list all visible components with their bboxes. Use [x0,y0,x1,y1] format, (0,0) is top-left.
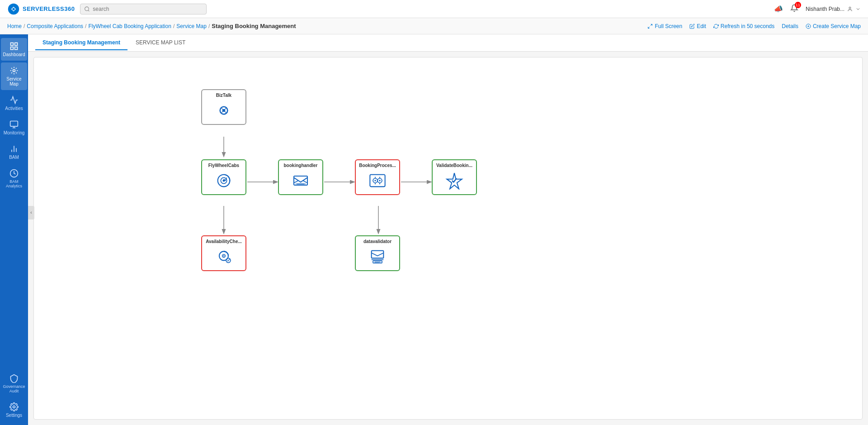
servicemap-icon [9,66,19,75]
svg-line-33 [303,181,307,183]
breadcrumb-bar: Home / Composite Applications / FlyWheel… [0,18,868,34]
tab-service-map-list[interactable]: SERVICE MAP LIST [128,36,193,50]
sidebar-item-governance[interactable]: Governance Audit [1,370,27,397]
node-availabilityche-title: AvailabilityChe... [205,239,243,244]
svg-point-3 [849,7,851,9]
node-datavalidator-icon [367,246,388,267]
sidebar-item-settings[interactable]: Settings [1,399,27,421]
breadcrumb-app[interactable]: FlyWheel Cab Booking Application [88,23,171,29]
sidebar-item-dashboard[interactable]: Dashboard [1,38,27,61]
edit-button[interactable]: Edit [689,23,706,29]
svg-rect-10 [15,43,18,46]
svg-point-38 [374,180,376,181]
node-bookinghandler[interactable]: bookinghandler [278,159,323,195]
svg-point-19 [13,406,15,408]
node-validatebookin-title: ValidateBookin... [435,163,473,168]
sidebar-bottom: Governance Audit Settings [1,370,27,425]
chevron-down-icon [855,6,861,12]
breadcrumb: Home / Composite Applications / FlyWheel… [7,23,296,29]
governance-icon [9,374,19,383]
app-body: Dashboard Service Map Activities Monitor… [0,34,868,425]
search-icon [84,6,90,12]
logo[interactable]: SERVERLESS360 [7,3,75,15]
sidebar-label-settings: Settings [6,413,22,418]
details-button[interactable]: Details [782,23,798,29]
node-flywheelcabs-icon [213,170,235,191]
svg-rect-14 [10,121,18,127]
user-icon [847,6,853,12]
bamanalytics-icon [9,169,19,178]
svg-point-13 [13,70,15,72]
sidebar-label-dashboard: Dashboard [3,52,25,57]
sidebar-label-activities: Activities [5,106,23,111]
activities-icon [9,96,19,105]
search-input[interactable] [93,6,203,12]
top-header: SERVERLESS360 📣 11 Nishanth Prab... [0,0,868,18]
fullscreen-icon [647,24,653,29]
user-menu[interactable]: Nishanth Prab... [806,6,861,12]
svg-rect-12 [11,47,14,50]
megaphone-icon[interactable]: 📣 [774,5,783,13]
main-content: Staging Booking Management SERVICE MAP L… [28,34,868,425]
user-name: Nishanth Prab... [806,6,844,12]
breadcrumb-actions: Full Screen Edit Refresh in 50 seconds D… [647,23,861,29]
node-validatebookin[interactable]: ValidateBookin... [432,159,477,195]
sidebar-label-bamanalytics: BAM Analytics [3,179,25,188]
node-availabilityche[interactable]: AvailabilityChe... [201,235,246,271]
plus-icon [806,24,811,29]
sidebar-label-bam: BAM [9,155,19,160]
create-service-map-button[interactable]: Create Service Map [806,23,861,29]
node-biztalk[interactable]: BizTalk [201,89,246,125]
svg-line-5 [648,27,650,29]
node-bookinghandler-title: bookinghandler [282,163,320,168]
monitoring-icon [9,120,19,129]
breadcrumb-home[interactable]: Home [7,23,22,29]
settings-icon [9,402,19,411]
node-availabilityche-icon [213,246,235,267]
sidebar-label-servicemap: Service Map [3,76,25,86]
svg-rect-9 [11,43,14,46]
svg-point-1 [12,8,14,10]
sidebar-item-bam[interactable]: BAM [1,141,27,163]
breadcrumb-service-map[interactable]: Service Map [176,23,207,29]
dashboard-icon [9,42,19,51]
node-flywheelcabs-title: FlyWheelCabs [205,163,243,168]
svg-point-40 [379,180,380,181]
node-datavalidator-title: datavalidator [359,239,396,244]
tabs-bar: Staging Booking Management SERVICE MAP L… [28,34,868,52]
svg-rect-50 [372,251,384,258]
node-biztalk-title: BizTalk [205,93,243,98]
notification-bell[interactable]: 11 [790,4,798,14]
node-bookingprocess-icon [367,170,388,191]
fullscreen-button[interactable]: Full Screen [647,23,682,29]
sidebar-item-activities[interactable]: Activities [1,92,27,115]
sidebar-item-servicemap[interactable]: Service Map [1,62,27,90]
sidebar-collapse-button[interactable]: ‹ [28,206,34,220]
node-validatebookin-icon [443,170,465,191]
search-box[interactable] [80,4,207,14]
svg-line-4 [651,24,652,26]
sidebar: Dashboard Service Map Activities Monitor… [0,34,28,425]
node-datavalidator[interactable]: datavalidator [355,235,400,271]
notification-badge: 11 [795,2,801,8]
svg-line-32 [294,181,298,183]
sidebar-item-bamanalytics[interactable]: BAM Analytics [1,165,27,192]
svg-point-48 [223,255,225,257]
node-bookinghandler-icon [290,170,311,191]
svg-point-2 [85,7,89,11]
node-flywheelcabs[interactable]: FlyWheelCabs [201,159,246,195]
node-bookingprocess[interactable]: BookingProces... [355,159,400,195]
diagram-area: BizTalk FlyWheelCabs [33,57,863,420]
breadcrumb-composite[interactable]: Composite Applications [27,23,83,29]
sidebar-item-monitoring[interactable]: Monitoring [1,116,27,139]
tab-staging-booking[interactable]: Staging Booking Management [35,36,127,50]
header-right: 📣 11 Nishanth Prab... [774,4,861,14]
breadcrumb-current: Staging Booking Management [212,23,296,29]
svg-rect-11 [15,47,18,50]
sidebar-label-monitoring: Monitoring [4,130,25,135]
refresh-button[interactable]: Refresh in 50 seconds [713,23,774,29]
refresh-icon [713,24,719,29]
bam-icon [9,144,19,153]
logo-text: SERVERLESS360 [23,5,75,12]
sidebar-label-governance: Governance Audit [3,384,25,393]
